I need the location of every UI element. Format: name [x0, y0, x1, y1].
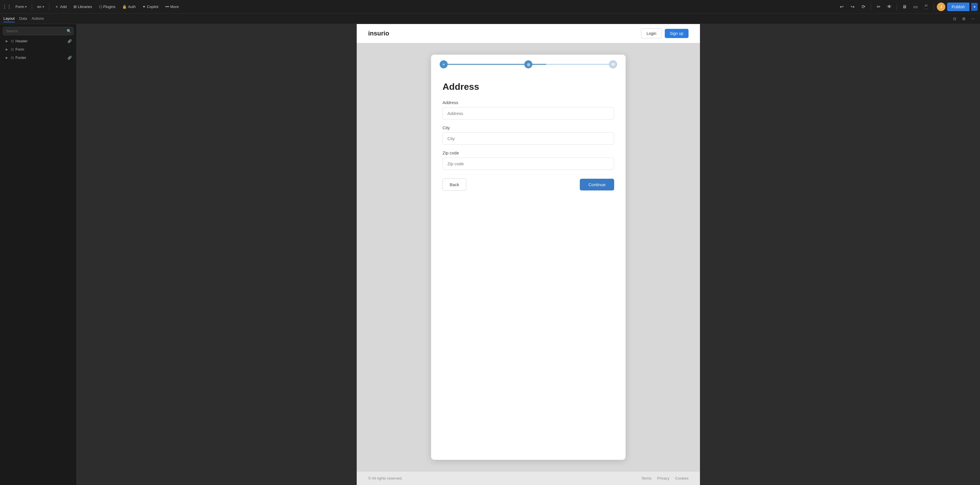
dropdown-chevron-icon: ▾: [25, 5, 27, 8]
plugins-button[interactable]: ⬡ Plugins: [96, 3, 118, 10]
city-label: City: [442, 125, 614, 130]
sub-toolbar: Layout Data Actions ⊡ ⊞ ⋯: [0, 14, 980, 24]
plus-icon: ＋: [55, 4, 59, 10]
auth-button[interactable]: 🔒 Auth: [119, 3, 138, 10]
form-actions: Back Continue: [442, 178, 614, 191]
search-icon-btn[interactable]: 🔍: [65, 28, 72, 35]
copilot-icon: ✦: [142, 5, 146, 9]
address-input[interactable]: [442, 107, 614, 119]
avatar[interactable]: J: [937, 3, 945, 11]
undo-button[interactable]: ↩: [837, 2, 846, 11]
publish-chevron-icon: ▾: [974, 5, 975, 9]
step-1: ≡: [440, 60, 448, 68]
site-footer: © All rights reserved. Terms Privacy Coo…: [357, 471, 700, 485]
page-preview: insurio Login Sign up ≡: [357, 24, 700, 485]
content-area: ≡ ◎ ✉: [357, 43, 700, 471]
zip-label: Zip code: [442, 150, 614, 155]
sep2: [49, 3, 49, 10]
city-field-group: City: [442, 125, 614, 145]
auth-icon: 🔒: [122, 5, 127, 9]
redo-button[interactable]: ↪: [848, 2, 857, 11]
step-3: ✉: [609, 60, 617, 68]
login-button[interactable]: Login: [641, 29, 662, 38]
search-input[interactable]: [3, 27, 73, 35]
site-logo: insurio: [368, 30, 389, 37]
more-dots-icon: •••: [165, 5, 169, 9]
search-icon: 🔍: [67, 29, 71, 33]
edit-mode-button[interactable]: ✏: [874, 2, 883, 11]
form-body: Address Address City Zip code: [431, 73, 625, 202]
toolbar-right: ↩ ↪ ⟳ ✏ 👁 🖥 ▭ 📱 J Publish ▾: [837, 2, 978, 11]
libraries-icon: ⊞: [73, 5, 77, 9]
tab-actions[interactable]: Actions: [32, 15, 44, 22]
tree-item-form[interactable]: ▶ ⊡ Form: [2, 46, 75, 53]
top-toolbar: ⋮⋮ Form ▾ en ▾ ＋ Add ⊞ Libraries ⬡ Plugi…: [0, 0, 980, 14]
sep4: [897, 3, 897, 10]
footer-terms-link[interactable]: Terms: [641, 476, 651, 480]
link-icon-footer[interactable]: 🔗: [67, 56, 72, 60]
form-dropdown[interactable]: Form ▾: [13, 3, 29, 10]
tree-label-form: Form: [16, 47, 72, 51]
footer-privacy-link[interactable]: Privacy: [657, 476, 669, 480]
zip-field-group: Zip code: [442, 150, 614, 170]
chevron-right-icon-form: ▶: [6, 48, 9, 51]
main-layout: 🔍 ▶ ⊡ Header 🔗 ▶ ⊡ Form ▶ ⊡ Footer 🔗 ins…: [0, 24, 980, 485]
address-field-group: Address: [442, 100, 614, 119]
continue-button[interactable]: Continue: [580, 179, 614, 191]
footer-links: Terms Privacy Cookies: [641, 476, 689, 480]
link-icon-header[interactable]: 🔗: [67, 39, 72, 43]
footer-tree-icon: ⊡: [11, 56, 14, 60]
city-input[interactable]: [442, 132, 614, 145]
tablet-view-button[interactable]: ▭: [911, 2, 920, 11]
footer-copyright: © All rights reserved.: [368, 476, 402, 480]
tree-label-footer: Footer: [16, 56, 66, 60]
step-3-icon: ✉: [612, 62, 615, 67]
progress-area: ≡ ◎ ✉: [431, 55, 625, 73]
tab-layout[interactable]: Layout: [3, 15, 14, 22]
preview-button[interactable]: 👁: [885, 2, 894, 11]
chevron-right-icon: ▶: [6, 40, 9, 43]
collapse-icon-btn[interactable]: ⊡: [951, 15, 958, 22]
footer-cookies-link[interactable]: Cookies: [675, 476, 689, 480]
sidebar: 🔍 ▶ ⊡ Header 🔗 ▶ ⊡ Form ▶ ⊡ Footer 🔗: [0, 24, 77, 485]
refresh-button[interactable]: ⟳: [859, 2, 868, 11]
canvas-area[interactable]: insurio Login Sign up ≡: [77, 24, 980, 485]
form-label: Form: [16, 5, 24, 9]
form-card: ≡ ◎ ✉: [431, 55, 625, 460]
search-box: 🔍: [3, 27, 73, 35]
signup-button[interactable]: Sign up: [665, 29, 689, 38]
sep3: [871, 3, 871, 10]
step-1-icon: ≡: [442, 62, 445, 67]
menu-icon-btn[interactable]: ⋮⋮: [2, 2, 11, 11]
form-tree-icon: ⊡: [11, 48, 14, 51]
publish-caret-button[interactable]: ▾: [971, 3, 978, 11]
libraries-button[interactable]: ⊞ Libraries: [71, 3, 95, 10]
chevron-right-icon-footer: ▶: [6, 56, 9, 59]
expand-icon-btn[interactable]: ⊞: [960, 15, 967, 22]
plugins-icon: ⬡: [99, 5, 102, 9]
tab-data[interactable]: Data: [19, 15, 27, 22]
tree-item-header[interactable]: ▶ ⊡ Header 🔗: [2, 37, 75, 45]
add-button[interactable]: ＋ Add: [52, 3, 70, 11]
lang-label: en: [37, 5, 41, 9]
zip-input[interactable]: [442, 157, 614, 170]
tree-label-header: Header: [16, 39, 66, 43]
site-nav: Login Sign up: [641, 29, 689, 38]
copilot-button[interactable]: ✦ Copilot: [140, 3, 161, 10]
tree-item-footer[interactable]: ▶ ⊡ Footer 🔗: [2, 54, 75, 62]
mobile-view-button[interactable]: 📱: [922, 2, 931, 11]
sep1: [32, 3, 32, 10]
form-title: Address: [442, 81, 614, 92]
sub-toolbar-right: ⊡ ⊞ ⋯: [951, 15, 977, 22]
more-button[interactable]: ••• More: [162, 3, 181, 10]
lang-dropdown[interactable]: en ▾: [34, 3, 47, 10]
address-label: Address: [442, 100, 614, 105]
publish-button[interactable]: Publish: [947, 3, 969, 11]
step-2: ◎: [524, 60, 532, 68]
desktop-view-button[interactable]: 🖥: [900, 2, 909, 11]
tree-option-btn[interactable]: ⋯: [969, 15, 977, 22]
layout-icon: ⊡: [11, 39, 14, 43]
sep5: [934, 3, 934, 10]
progress-track: ≡ ◎ ✉: [440, 60, 617, 68]
back-button[interactable]: Back: [442, 178, 466, 191]
